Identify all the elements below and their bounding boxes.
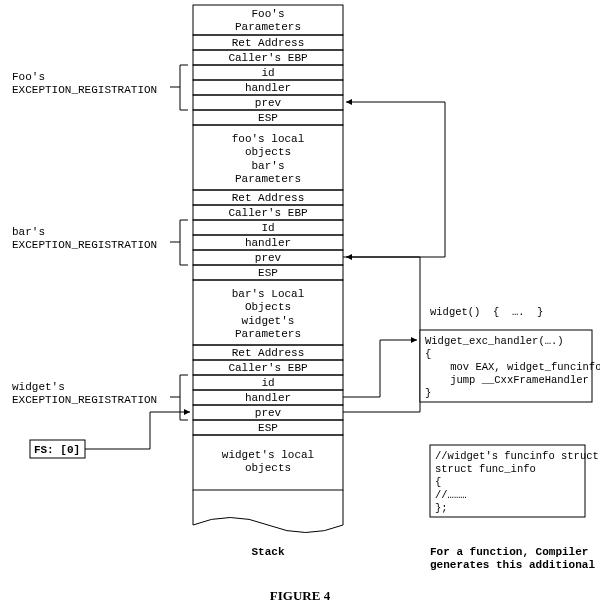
cell-foo-ret: Ret Address	[232, 37, 305, 49]
label-bar-l2: EXCEPTION_REGISTRATION	[12, 239, 157, 251]
label-foo-l2: EXCEPTION_REGISTRATION	[12, 84, 157, 96]
cell-bar-ret: Ret Address	[232, 192, 305, 204]
cell-bar-locals-l1: bar's Local	[232, 288, 305, 300]
cell-bar-esp: ESP	[258, 267, 278, 279]
code-handler-l3: mov EAX, widget_funcinfo_ptr	[425, 361, 600, 373]
cell-foo-locals-l2: objects	[245, 146, 291, 158]
cell-bar-prev: prev	[255, 252, 282, 264]
fs-box-text: FS: [0]	[34, 444, 80, 456]
stack-label: Stack	[251, 546, 284, 558]
cell-widget-locals-l1: widget's local	[222, 449, 314, 461]
cell-foo-locals-l1: foo's local	[232, 133, 305, 145]
code-struct-l2: struct func_info	[435, 463, 536, 475]
label-bar-l1: bar's	[12, 226, 45, 238]
cell-widget-handler: handler	[245, 392, 291, 404]
code-handler-l4: jump __CxxFrameHandler	[425, 374, 589, 386]
diagram-svg: Foo's Parameters Ret Address Caller's EB…	[0, 0, 600, 613]
cell-foo-ebp: Caller's EBP	[228, 52, 308, 64]
cell-widget-params-l2: Parameters	[235, 328, 301, 340]
cell-bar-locals-l2: Objects	[245, 301, 291, 313]
cell-foo-prev: prev	[255, 97, 282, 109]
cell-foo-esp: ESP	[258, 112, 278, 124]
cell-foo-handler: handler	[245, 82, 291, 94]
cell-bar-params-l2: Parameters	[235, 173, 301, 185]
cell-widget-locals-l2: objects	[245, 462, 291, 474]
cell-bar-params-l1: bar's	[251, 160, 284, 172]
code-handler-l2: {	[425, 348, 431, 360]
cell-bar-id: Id	[261, 222, 274, 234]
figure-title: FIGURE 4	[270, 588, 331, 603]
label-widget-l2: EXCEPTION_REGISTRATION	[12, 394, 157, 406]
cell-foo-params-l2: Parameters	[235, 21, 301, 33]
label-foo-l1: Foo's	[12, 71, 45, 83]
cell-foo-params-l1: Foo's	[251, 8, 284, 20]
cell-bar-handler: handler	[245, 237, 291, 249]
cell-widget-ret: Ret Address	[232, 347, 305, 359]
code-widget-sig: widget() { …. }	[430, 306, 543, 318]
label-widget-l1: widget's	[12, 381, 65, 393]
code-handler-l5: }	[425, 387, 431, 399]
cell-foo-id: id	[261, 67, 274, 79]
cell-widget-esp: ESP	[258, 422, 278, 434]
cell-widget-id: id	[261, 377, 274, 389]
cell-widget-prev: prev	[255, 407, 282, 419]
code-handler-l1: Widget_exc_handler(….)	[425, 335, 564, 347]
cell-widget-params-l1: widget's	[242, 315, 295, 327]
code-struct-l1: //widget's funcinfo struct	[435, 450, 599, 462]
footer-note-l2: generates this additional data	[430, 559, 600, 571]
code-struct-l5: };	[435, 502, 448, 514]
cell-widget-ebp: Caller's EBP	[228, 362, 308, 374]
cell-bar-ebp: Caller's EBP	[228, 207, 308, 219]
footer-note-l1: For a function, Compiler	[430, 546, 588, 558]
code-struct-l4: //………	[435, 489, 467, 501]
code-struct-l3: {	[435, 476, 441, 488]
